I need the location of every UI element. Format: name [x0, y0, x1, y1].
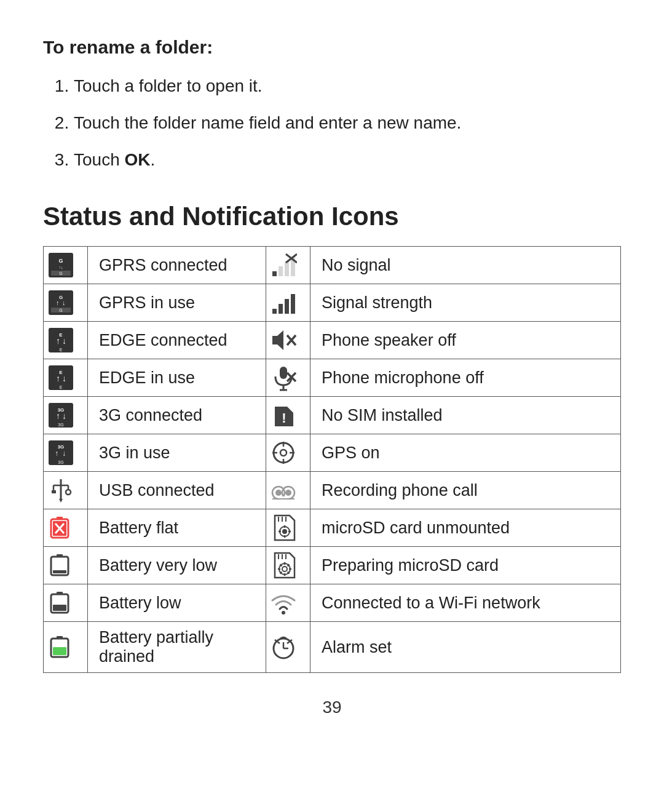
table-row: USB connected Recording phone call — [44, 472, 621, 509]
microsd-preparing-icon — [266, 547, 310, 584]
alarm-label: Alarm set — [310, 622, 621, 673]
svg-rect-104 — [57, 636, 63, 639]
table-row: Battery low Connected to a Wi-Fi network — [44, 584, 621, 622]
usb-connected-label: USB connected — [88, 472, 266, 509]
svg-text:G: G — [58, 258, 63, 264]
page-number: 39 — [43, 698, 621, 717]
svg-marker-62 — [59, 499, 63, 503]
wifi-label: Connected to a Wi-Fi network — [310, 584, 621, 622]
table-row: E ↑ ↓ E EDGE in use Phone microphone off — [44, 359, 621, 397]
3g-in-use-icon: 3G ↑ ↓ 3G — [44, 434, 88, 472]
edge-connected-label: EDGE connected — [88, 322, 266, 359]
svg-rect-70 — [57, 517, 63, 520]
step-3: Touch OK. — [74, 143, 621, 177]
microsd-unmounted-label: microSD card unmounted — [310, 509, 621, 547]
recording-label: Recording phone call — [310, 472, 621, 509]
step-2: Touch the folder name field and enter a … — [74, 106, 621, 140]
svg-rect-19 — [285, 299, 289, 314]
svg-point-90 — [282, 567, 287, 571]
wifi-icon — [266, 584, 310, 622]
3g-in-use-label: 3G in use — [88, 434, 266, 472]
svg-rect-20 — [291, 294, 295, 314]
battery-very-low-icon — [44, 547, 88, 584]
svg-text:↓: ↓ — [62, 411, 66, 421]
svg-text:3G: 3G — [58, 460, 63, 464]
signal-strength-icon — [266, 284, 310, 322]
svg-text:↑: ↑ — [55, 449, 58, 458]
3g-connected-label: 3G connected — [88, 397, 266, 434]
svg-rect-7 — [285, 261, 289, 276]
svg-rect-6 — [279, 266, 283, 276]
gprs-connected-label: GPRS connected — [88, 247, 266, 284]
table-row: G ↑ ↓ G GPRS in use Signal strength — [44, 284, 621, 322]
svg-rect-34 — [280, 367, 287, 379]
gprs-in-use-label: GPRS in use — [88, 284, 266, 322]
svg-point-66 — [285, 490, 291, 496]
svg-rect-101 — [53, 605, 66, 611]
svg-text:↑: ↑ — [56, 299, 60, 306]
svg-text:↑: ↑ — [56, 373, 60, 383]
table-row: Battery partially drained Alarm set — [44, 622, 621, 673]
svg-text:↑↓: ↑↓ — [59, 265, 63, 269]
no-signal-label: No signal — [310, 247, 621, 284]
svg-marker-26 — [272, 330, 283, 350]
speaker-off-icon — [266, 322, 310, 359]
svg-text:3G: 3G — [58, 423, 63, 427]
svg-rect-105 — [53, 647, 66, 655]
battery-very-low-label: Battery very low — [88, 547, 266, 584]
svg-point-78 — [282, 529, 287, 534]
recording-icon — [266, 472, 310, 509]
svg-rect-60 — [52, 490, 56, 493]
usb-connected-icon — [44, 472, 88, 509]
svg-text:↓: ↓ — [62, 449, 66, 458]
table-row: 3G ↑ ↓ 3G 3G connected ! No SIM installe… — [44, 397, 621, 434]
svg-text:G: G — [59, 271, 62, 276]
signal-strength-label: Signal strength — [310, 284, 621, 322]
no-sim-icon: ! — [266, 397, 310, 434]
edge-connected-icon: E ↑ ↓ E — [44, 322, 88, 359]
icons-table: G ↑↓ G GPRS connected No signal — [43, 246, 621, 673]
battery-flat-label: Battery flat — [88, 509, 266, 547]
intro-section: To rename a folder: Touch a folder to op… — [43, 37, 621, 177]
gprs-connected-icon: G ↑↓ G — [44, 247, 88, 284]
mic-off-label: Phone microphone off — [310, 359, 621, 397]
svg-rect-5 — [272, 271, 277, 276]
table-row: E ↑ ↓ E EDGE connected Phone speaker off — [44, 322, 621, 359]
no-signal-icon — [266, 247, 310, 284]
3g-connected-icon: 3G ↑ ↓ 3G — [44, 397, 88, 434]
svg-text:G: G — [59, 308, 62, 312]
section-heading: Status and Notification Icons — [43, 202, 621, 231]
svg-point-102 — [282, 611, 285, 615]
table-row: G ↑↓ G GPRS connected No signal — [44, 247, 621, 284]
table-row: 3G ↑ ↓ 3G 3G in use GPS on — [44, 434, 621, 472]
table-row: Battery very low Preparing microSD ca — [44, 547, 621, 584]
battery-partial-icon — [44, 622, 88, 673]
speaker-off-label: Phone speaker off — [310, 322, 621, 359]
battery-low-icon — [44, 584, 88, 622]
battery-low-label: Battery low — [88, 584, 266, 622]
svg-text:↑: ↑ — [56, 336, 60, 346]
svg-point-51 — [280, 450, 287, 456]
gprs-in-use-icon: G ↑ ↓ G — [44, 284, 88, 322]
svg-text:↓: ↓ — [62, 373, 66, 383]
svg-rect-17 — [272, 309, 277, 314]
svg-point-65 — [275, 490, 282, 496]
svg-text:!: ! — [282, 410, 286, 426]
svg-text:↑: ↑ — [56, 411, 60, 421]
microsd-unmounted-icon — [266, 509, 310, 547]
gps-on-icon — [266, 434, 310, 472]
edge-in-use-icon: E ↑ ↓ E — [44, 359, 88, 397]
edge-in-use-label: EDGE in use — [88, 359, 266, 397]
battery-flat-icon — [44, 509, 88, 547]
svg-text:E: E — [60, 348, 63, 352]
svg-text:↓: ↓ — [62, 336, 66, 346]
intro-steps: Touch a folder to open it. Touch the fol… — [43, 69, 621, 177]
svg-text:E: E — [60, 385, 63, 389]
svg-rect-100 — [57, 592, 63, 595]
mic-off-icon — [266, 359, 310, 397]
gps-on-label: GPS on — [310, 434, 621, 472]
step-1: Touch a folder to open it. — [74, 69, 621, 103]
svg-text:↓: ↓ — [62, 299, 66, 306]
microsd-preparing-label: Preparing microSD card — [310, 547, 621, 584]
svg-rect-84 — [57, 554, 63, 557]
